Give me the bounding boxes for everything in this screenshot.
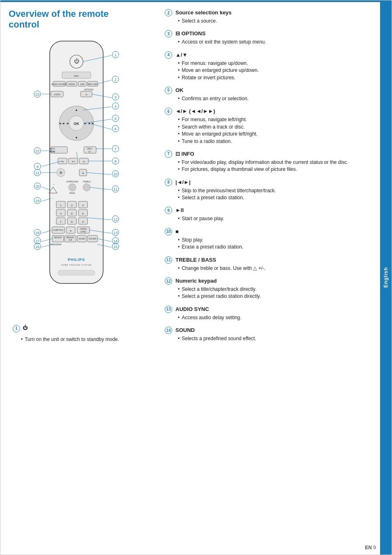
svg-text:BASS: BASS bbox=[69, 192, 75, 194]
svg-text:BACK: BACK bbox=[49, 147, 55, 150]
callout-5: 5 bbox=[165, 87, 172, 94]
right-item-bullets-13: Access audio delay setting. bbox=[178, 314, 377, 321]
svg-text:5: 5 bbox=[71, 212, 73, 215]
right-column: 2Source selection keysSelect a source.3⊟… bbox=[161, 9, 377, 546]
svg-text:⊡ i: ⊡ i bbox=[88, 150, 91, 153]
right-item-bullets-10: Stop play.Erase a preset radio station. bbox=[178, 237, 377, 251]
callout-4: 4 bbox=[165, 51, 172, 59]
svg-text:RADIO: RADIO bbox=[69, 83, 75, 85]
right-item-header-6: 6◄/► (◄◄/►►) bbox=[165, 107, 377, 115]
svg-text:7: 7 bbox=[114, 147, 116, 151]
svg-text:PHILIPS: PHILIPS bbox=[68, 258, 85, 262]
bullet-item: Select a preset radio station directly. bbox=[178, 293, 377, 300]
right-item-title-9: ►II bbox=[175, 207, 184, 213]
right-item-title-14: SOUND bbox=[175, 327, 195, 333]
callout-13: 13 bbox=[165, 306, 172, 313]
right-item-bullets-2: Select a source. bbox=[178, 18, 377, 25]
right-item-header-11: 11TREBLE / BASS bbox=[165, 256, 377, 264]
right-item-bullets-9: Start or pause play. bbox=[178, 215, 377, 222]
bullet-item: Erase a preset radio station. bbox=[178, 244, 377, 251]
svg-text:OK: OK bbox=[74, 122, 79, 126]
right-item-2: 2Source selection keysSelect a source. bbox=[165, 9, 377, 25]
right-item-bullets-14: Selects a predefined sound effect. bbox=[178, 335, 377, 342]
svg-text:11: 11 bbox=[113, 187, 118, 191]
svg-text:►|: ►| bbox=[83, 160, 85, 163]
svg-text:TREBLE: TREBLE bbox=[83, 180, 91, 183]
callout-9: 9 bbox=[165, 207, 172, 214]
svg-text:A-B: A-B bbox=[69, 239, 72, 241]
remote-diagram: ⏻ DISC AUDIO SOURCE RADIO USB MP3 LINK O… bbox=[9, 37, 157, 316]
right-item-10: 10■Stop play.Erase a preset radio statio… bbox=[165, 228, 377, 251]
svg-text:▼: ▼ bbox=[75, 136, 78, 140]
callout-1: 1 bbox=[13, 325, 20, 332]
svg-text:MP3 LINK: MP3 LINK bbox=[88, 83, 97, 85]
bullet-item: Selects a predefined sound effect. bbox=[178, 335, 377, 342]
svg-text:−: − bbox=[53, 197, 54, 200]
bullet-item: Turn on the unit or switch to standby mo… bbox=[21, 336, 157, 343]
bullet-item: Start or pause play. bbox=[178, 215, 377, 222]
svg-rect-86 bbox=[58, 270, 95, 275]
svg-text:8: 8 bbox=[114, 159, 116, 164]
svg-text:■: ■ bbox=[82, 172, 83, 174]
right-item-header-13: 13AUDIO SYNC bbox=[165, 305, 377, 313]
right-item-title-8: |◄/►| bbox=[175, 179, 191, 185]
right-item-3: 3⊟ OPTIONSAccess or exit the system setu… bbox=[165, 30, 377, 46]
right-item-bullets-7: For video/audio play, display informatio… bbox=[178, 159, 377, 173]
svg-text:23: 23 bbox=[35, 92, 39, 97]
svg-text:+: + bbox=[53, 183, 55, 185]
right-item-title-12: Numeric keypad bbox=[175, 278, 217, 284]
svg-text:22: 22 bbox=[35, 149, 39, 153]
right-item-bullets-5: Confirms an entry or selection. bbox=[178, 95, 377, 102]
bottom-item-1: 1 ⏻ bbox=[13, 325, 157, 332]
svg-text:USB: USB bbox=[80, 83, 85, 85]
bullet-item: For pictures, display a thumbnail view o… bbox=[178, 166, 377, 173]
svg-text:12: 12 bbox=[113, 217, 118, 221]
right-item-5: 5OKConfirms an entry or selection. bbox=[165, 86, 377, 102]
right-item-header-2: 2Source selection keys bbox=[165, 9, 377, 16]
right-item-header-14: 14SOUND bbox=[165, 326, 377, 334]
right-item-header-7: 7⊡ INFO bbox=[165, 150, 377, 158]
svg-text:▲: ▲ bbox=[75, 108, 78, 112]
svg-text:SUBTITLE: SUBTITLE bbox=[53, 229, 64, 231]
right-item-title-3: ⊟ OPTIONS bbox=[175, 30, 205, 37]
bullet-item: Confirms an entry or selection. bbox=[178, 95, 377, 102]
right-item-header-9: 9►II bbox=[165, 206, 377, 214]
svg-text:AUDIO: AUDIO bbox=[54, 93, 60, 96]
svg-text:16: 16 bbox=[35, 245, 39, 249]
svg-text:AUDIO SOURCE: AUDIO SOURCE bbox=[51, 83, 67, 85]
right-item-header-3: 3⊟ OPTIONS bbox=[165, 30, 377, 37]
bottom-section: 1 ⏻ Turn on the unit or switch to standb… bbox=[9, 325, 157, 343]
svg-text:0: 0 bbox=[70, 230, 71, 232]
right-item-bullets-4: For menus: navigate up/down.Move an enla… bbox=[178, 60, 377, 81]
right-item-title-13: AUDIO SYNC bbox=[175, 306, 209, 312]
left-column: Overview of the remote control ⏻ DISC A bbox=[9, 9, 161, 546]
svg-text:1: 1 bbox=[114, 53, 116, 57]
right-item-4: 4▲/▼For menus: navigate up/down.Move an … bbox=[165, 51, 377, 81]
right-item-bullets-12: Select a title/chapter/track directly.Se… bbox=[178, 286, 377, 300]
svg-point-47 bbox=[83, 184, 90, 191]
svg-text:20: 20 bbox=[35, 184, 39, 189]
callout-2: 2 bbox=[165, 9, 172, 16]
bullet-item: Access or exit the system setup menu. bbox=[178, 39, 377, 46]
bullet-item: Move an enlarged picture left/right. bbox=[178, 131, 377, 138]
right-item-bullets-3: Access or exit the system setup menu. bbox=[178, 39, 377, 46]
right-item-title-6: ◄/► (◄◄/►►) bbox=[175, 108, 215, 114]
svg-text:|◄: |◄ bbox=[61, 160, 64, 163]
bullet-item: Select a preset radio station. bbox=[178, 194, 377, 201]
svg-text:5: 5 bbox=[114, 117, 116, 121]
right-item-title-2: Source selection keys bbox=[175, 9, 232, 16]
svg-text:►II: ►II bbox=[71, 160, 75, 163]
svg-text:⊟: ⊟ bbox=[85, 93, 87, 96]
callout-8: 8 bbox=[165, 179, 172, 186]
callout-7: 7 bbox=[165, 150, 172, 158]
svg-text:6: 6 bbox=[83, 212, 84, 215]
svg-text:6: 6 bbox=[114, 127, 116, 131]
language-sidebar-tab: English bbox=[380, 0, 392, 555]
right-item-header-10: 10■ bbox=[165, 228, 377, 235]
svg-text:1: 1 bbox=[60, 204, 62, 207]
svg-text:SOUND: SOUND bbox=[89, 237, 96, 240]
right-item-header-4: 4▲/▼ bbox=[165, 51, 377, 59]
callout-3: 3 bbox=[165, 30, 172, 37]
bullet-item: Change treble or bass. Use with △ +/-. bbox=[178, 265, 377, 272]
svg-text:8: 8 bbox=[71, 221, 73, 223]
